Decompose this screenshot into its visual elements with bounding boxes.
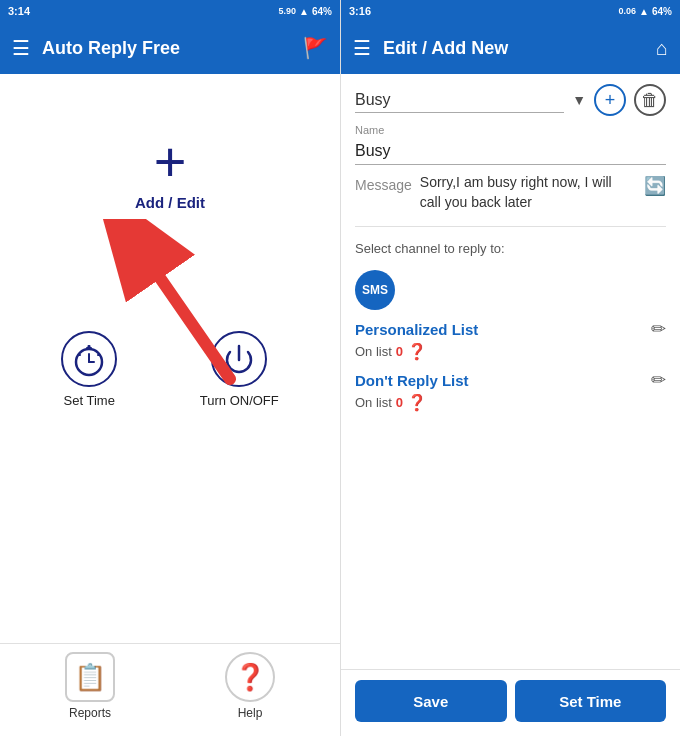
left-app-title: Auto Reply Free [42, 38, 291, 59]
right-footer: Save Set Time [341, 669, 680, 736]
right-signal-icon: ▲ [639, 6, 649, 17]
help-icon: ❓ [234, 662, 266, 693]
help-label: Help [238, 706, 263, 720]
personalized-list-section: Personalized List ✏ On list 0 ❓ [355, 318, 666, 361]
right-app-bar: ☰ Edit / Add New ⌂ [341, 22, 680, 74]
right-time: 3:16 [349, 5, 371, 17]
svg-rect-7 [78, 354, 81, 356]
personalized-on-list-label: On list [355, 344, 392, 359]
right-network-speed: 0.06 [619, 6, 637, 16]
right-status-icons: 0.06 ▲ 64% [619, 6, 672, 17]
left-main-content: + Add / Edit [0, 74, 340, 643]
set-time-button[interactable]: Set Time [515, 680, 667, 722]
battery-icon: 64% [312, 6, 332, 17]
dropdown-arrow-icon: ▼ [572, 92, 586, 108]
message-text: Sorry,I am busy right now, I will call y… [420, 173, 636, 212]
left-menu-icon[interactable]: ☰ [12, 36, 30, 60]
svg-rect-4 [88, 345, 91, 348]
dont-reply-list-section: Don't Reply List ✏ On list 0 ❓ [355, 369, 666, 412]
save-button[interactable]: Save [355, 680, 507, 722]
left-flag-icon[interactable]: 🚩 [303, 36, 328, 60]
delete-profile-button[interactable]: 🗑 [634, 84, 666, 116]
set-time-item[interactable]: Set Time [61, 331, 117, 408]
personalized-help-icon[interactable]: ❓ [407, 342, 427, 361]
message-label: Message [355, 173, 412, 193]
help-icon-box: ❓ [225, 652, 275, 702]
dont-reply-list-edit-icon[interactable]: ✏ [651, 369, 666, 391]
right-battery-icon: 64% [652, 6, 672, 17]
svg-rect-8 [97, 354, 100, 356]
personalized-list-count: 0 [396, 344, 403, 359]
help-footer-item[interactable]: ❓ Help [225, 652, 275, 720]
reports-footer-item[interactable]: 📋 Reports [65, 652, 115, 720]
name-field-group: Name [355, 124, 666, 165]
right-status-bar: 3:16 0.06 ▲ 64% [341, 0, 680, 22]
network-speed: 5.90 [279, 6, 297, 16]
refresh-icon[interactable]: 🔄 [644, 175, 666, 197]
right-panel: 3:16 0.06 ▲ 64% ☰ Edit / Add New ⌂ Busy … [340, 0, 680, 736]
plus-icon: + [154, 134, 187, 190]
channel-select-label: Select channel to reply to: [355, 241, 666, 256]
turn-onoff-label: Turn ON/OFF [200, 393, 279, 408]
left-app-bar: ☰ Auto Reply Free 🚩 [0, 22, 340, 74]
sms-channel-badge[interactable]: SMS [355, 270, 395, 310]
set-time-label: Set Time [64, 393, 115, 408]
left-time: 3:14 [8, 5, 30, 17]
left-status-icons: 5.90 ▲ 64% [279, 6, 332, 17]
personalized-list-title: Personalized List [355, 321, 478, 338]
left-status-bar: 3:14 5.90 ▲ 64% [0, 0, 340, 22]
right-main-content: Busy ▼ + 🗑 Name Message Sorry,I am busy … [341, 74, 680, 669]
name-label: Name [355, 124, 666, 136]
dont-reply-help-icon[interactable]: ❓ [407, 393, 427, 412]
add-profile-button[interactable]: + [594, 84, 626, 116]
personalized-list-header: Personalized List ✏ [355, 318, 666, 340]
name-input[interactable] [355, 138, 666, 165]
profile-dropdown[interactable]: Busy [355, 87, 564, 113]
dont-reply-list-info: On list 0 ❓ [355, 393, 666, 412]
personalized-list-info: On list 0 ❓ [355, 342, 666, 361]
personalized-list-edit-icon[interactable]: ✏ [651, 318, 666, 340]
signal-icon: ▲ [299, 6, 309, 17]
turn-onoff-icon [211, 331, 267, 387]
right-app-title: Edit / Add New [383, 38, 644, 59]
dont-reply-list-title: Don't Reply List [355, 372, 469, 389]
right-menu-icon[interactable]: ☰ [353, 36, 371, 60]
profile-dropdown-row: Busy ▼ + 🗑 [355, 84, 666, 116]
divider-1 [355, 226, 666, 227]
set-time-icon [61, 331, 117, 387]
reports-icon: 📋 [74, 662, 106, 693]
add-edit-button[interactable]: + Add / Edit [135, 134, 205, 211]
left-panel: 3:14 5.90 ▲ 64% ☰ Auto Reply Free 🚩 + Ad… [0, 0, 340, 736]
right-home-icon[interactable]: ⌂ [656, 37, 668, 60]
dont-reply-on-list-label: On list [355, 395, 392, 410]
dont-reply-list-header: Don't Reply List ✏ [355, 369, 666, 391]
dont-reply-list-count: 0 [396, 395, 403, 410]
message-row: Message Sorry,I am busy right now, I wil… [355, 173, 666, 212]
turn-onoff-item[interactable]: Turn ON/OFF [200, 331, 279, 408]
reports-icon-box: 📋 [65, 652, 115, 702]
left-footer: 📋 Reports ❓ Help [0, 643, 340, 736]
reports-label: Reports [69, 706, 111, 720]
bottom-icons-row: Set Time Turn ON/OFF [0, 311, 340, 418]
add-edit-label: Add / Edit [135, 194, 205, 211]
